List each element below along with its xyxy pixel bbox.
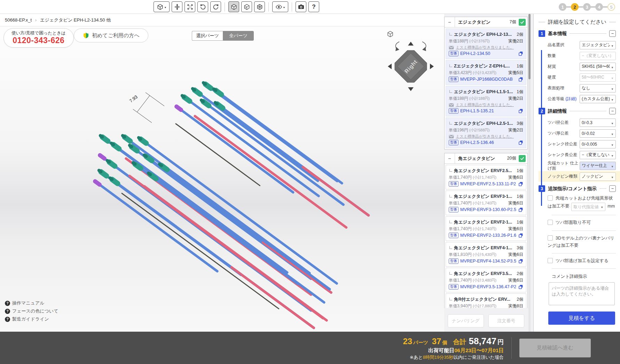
- part-item[interactable]: 角R付エジェクタピン ERV... 2個 単価3,940円 (小計7,880円)…: [446, 293, 526, 308]
- model-number-link[interactable]: EPH-L2.5-136.46: [460, 140, 516, 145]
- view-orientation-button[interactable]: [154, 1, 170, 12]
- numbering-button[interactable]: ナンバリング: [448, 314, 484, 327]
- 3d-viewport[interactable]: 7.93 使い方/見積で困ったときは 0120-343-626 初めてご利用の方…: [0, 26, 444, 332]
- all-parts-tab[interactable]: 全パーツ: [223, 31, 254, 41]
- parts-view-toggle: 選択パーツ 全パーツ: [192, 31, 254, 41]
- field-select[interactable]: (カスタム公差): [580, 95, 616, 103]
- part-item[interactable]: 角エジェクタピン ERVF4-1... 3個 単価1,810円 (小計5,430…: [446, 242, 526, 267]
- scrollbar[interactable]: [528, 14, 531, 332]
- part-item[interactable]: 角エジェクタピン ERVF2.5... 1個 単価1,740円 (小計1,740…: [446, 165, 526, 189]
- copy-icon[interactable]: [518, 207, 523, 212]
- field-select[interactable]: SKH51 (58〜60H: [580, 63, 616, 71]
- selected-parts-tab[interactable]: 選択パーツ: [192, 31, 223, 41]
- standard-part-notice-link[interactable]: ミスミ標準品が引き当りました。: [456, 134, 514, 139]
- field-select[interactable]: 0/-0.02: [580, 129, 616, 138]
- rotate-ccw-button[interactable]: [197, 1, 208, 12]
- model-number-link[interactable]: MVREP-ERVF2-133.26-P1.60-...: [460, 233, 516, 238]
- beginner-guide-button[interactable]: 初めてご利用の方へ: [74, 29, 148, 42]
- pan-down-arrow[interactable]: [408, 87, 414, 91]
- help-button[interactable]: [308, 1, 319, 12]
- home-view-icon[interactable]: [388, 31, 393, 37]
- shaded-edges-view-button[interactable]: [241, 1, 252, 12]
- fit-view-button[interactable]: [185, 1, 195, 12]
- model-number-link[interactable]: MVREP-ERVF2.5-133.11-P2.2...: [460, 181, 516, 186]
- section-rail: [541, 50, 542, 206]
- part-item[interactable]: 角エジェクタピン ERVF3.5... 2個 単価1,740円 (小計3,480…: [446, 268, 526, 292]
- copy-icon[interactable]: [518, 259, 523, 264]
- 3d-model-scene[interactable]: 7.93: [0, 26, 444, 332]
- checkbox[interactable]: [548, 258, 553, 263]
- checkbox[interactable]: [548, 220, 553, 225]
- group-checked-icon[interactable]: [519, 155, 526, 162]
- group-checked-icon[interactable]: [519, 19, 526, 26]
- checkbox[interactable]: [548, 235, 553, 241]
- deadline-suffix: 以内にご発注頂いた場合: [454, 355, 504, 360]
- collapse-section-button[interactable]: −: [609, 108, 616, 114]
- model-number-link[interactable]: MVREP-ERVF3-130.60-P2.50-...: [460, 207, 516, 212]
- flip-view-button[interactable]: [172, 1, 182, 12]
- proceed-to-quote-button[interactable]: 見積確認へ進む: [519, 339, 591, 357]
- collapse-group-button[interactable]: −: [445, 17, 455, 27]
- pan-left-arrow[interactable]: [388, 64, 392, 69]
- help-link[interactable]: 操作マニュアル: [5, 300, 58, 306]
- collapse-group-button[interactable]: −: [445, 153, 455, 163]
- view-navigation-widget[interactable]: Right: [386, 31, 435, 93]
- part-item[interactable]: エジェクタピン EPH-L1.5-1... 1個 単価188円 (小計188円)…: [446, 86, 526, 116]
- rotate-cw-button[interactable]: [210, 1, 221, 12]
- checkbox[interactable]: [548, 195, 553, 201]
- help-link[interactable]: フェースの色について: [5, 308, 58, 314]
- part-item[interactable]: エジェクタピン EPH-L2-13... 2個 単価188円 (小計376円) …: [446, 29, 526, 59]
- chevron-down-icon: [611, 130, 614, 137]
- part-item[interactable]: Zエジェクタピン Z-EPH-L... 1個 単価3,423円 (小計3,423…: [446, 60, 526, 85]
- chevron-down-icon: [611, 141, 614, 147]
- standard-part-notice-link[interactable]: ミスミ標準品が引き当りました。: [456, 45, 514, 50]
- pan-right-arrow[interactable]: [430, 64, 434, 69]
- model-number-link[interactable]: EPH-L2-134.50: [460, 51, 516, 56]
- part-unit-price: 単価1,740円: [449, 175, 472, 180]
- field-select[interactable]: なし: [580, 84, 616, 92]
- copy-icon[interactable]: [518, 51, 523, 56]
- field-select[interactable]: 0/-0.005: [580, 140, 616, 148]
- field-select[interactable]: ワイヤー仕上: [580, 162, 616, 170]
- checkbox-no-flange-numbering[interactable]: 3Dモデル上のツバ裏ナンバリングは加工不要: [548, 235, 616, 250]
- field-select[interactable]: 0/-0.3: [580, 119, 616, 127]
- screenshot-button[interactable]: [296, 1, 306, 12]
- model-number-link[interactable]: MVREP-ERVF3.5-136.47-P2.8...: [460, 284, 516, 289]
- shaded-view-button[interactable]: [228, 1, 239, 12]
- field-select[interactable]: ノックピン: [580, 172, 616, 181]
- model-number-link[interactable]: EPH-L1.5-135.21: [460, 108, 516, 113]
- quote-button[interactable]: 見積をする: [548, 312, 615, 325]
- checkbox-tip-cut-not-required[interactable]: 先端カットおよび先端異形状は加工不要 取り代指定値mm: [548, 195, 616, 211]
- field-value: ワイヤー仕上: [582, 163, 610, 169]
- copy-icon[interactable]: [518, 77, 523, 82]
- checkbox-no-flange-chamfer[interactable]: ツバ部面取り不可: [548, 219, 616, 226]
- copy-icon[interactable]: [518, 181, 523, 186]
- copy-icon[interactable]: [518, 140, 523, 145]
- allowance-select[interactable]: 取り代指定値: [571, 203, 605, 211]
- navigation-cube[interactable]: Right: [395, 50, 427, 82]
- copy-icon[interactable]: [518, 108, 523, 113]
- deadline-time: 8時間19分35秒: [423, 355, 454, 360]
- part-item[interactable]: エジェクタピン EPH-L2.5-1... 3個 単価196円 (小計588円)…: [446, 118, 526, 148]
- copy-icon[interactable]: [518, 284, 523, 289]
- breadcrumb-file[interactable]: 50668-EP.x_t: [5, 17, 32, 23]
- scrollbar-thumb[interactable]: [528, 14, 531, 79]
- part-item[interactable]: 角エジェクタピン ERVF3-1... 1個 単価1,740円 (小計1,740…: [446, 191, 526, 215]
- copy-icon[interactable]: [518, 233, 523, 238]
- field-select[interactable]: −（変更しない）: [580, 151, 616, 159]
- help-link[interactable]: 製造ガイドライン: [5, 316, 58, 322]
- model-number-link[interactable]: MVREP-ERVF4-134.52-P3.50-...: [460, 259, 516, 264]
- tolerance-detail-link[interactable]: (詳細): [565, 96, 576, 101]
- part-item[interactable]: 角エジェクタピン ERVF2-1... 1個 単価1,740円 (小計1,740…: [446, 216, 526, 241]
- collapse-section-button[interactable]: −: [609, 185, 616, 192]
- order-number-button[interactable]: 注文番号: [488, 314, 525, 327]
- collapse-section-button[interactable]: −: [609, 30, 616, 37]
- checkbox-flange-relief[interactable]: ツバ部逃げ加工を設定する: [548, 257, 616, 265]
- standard-part-notice-link[interactable]: ミスミ標準品が引き当りました。: [456, 102, 514, 107]
- comment-textarea[interactable]: [549, 282, 615, 305]
- model-number-link[interactable]: MVEPP-JP1668GDC0DAB: [460, 77, 516, 82]
- visibility-button[interactable]: [272, 1, 288, 12]
- pan-up-arrow[interactable]: [408, 42, 414, 46]
- wireframe-view-button[interactable]: [254, 1, 265, 12]
- field-select[interactable]: エジェクタピン: [580, 41, 616, 49]
